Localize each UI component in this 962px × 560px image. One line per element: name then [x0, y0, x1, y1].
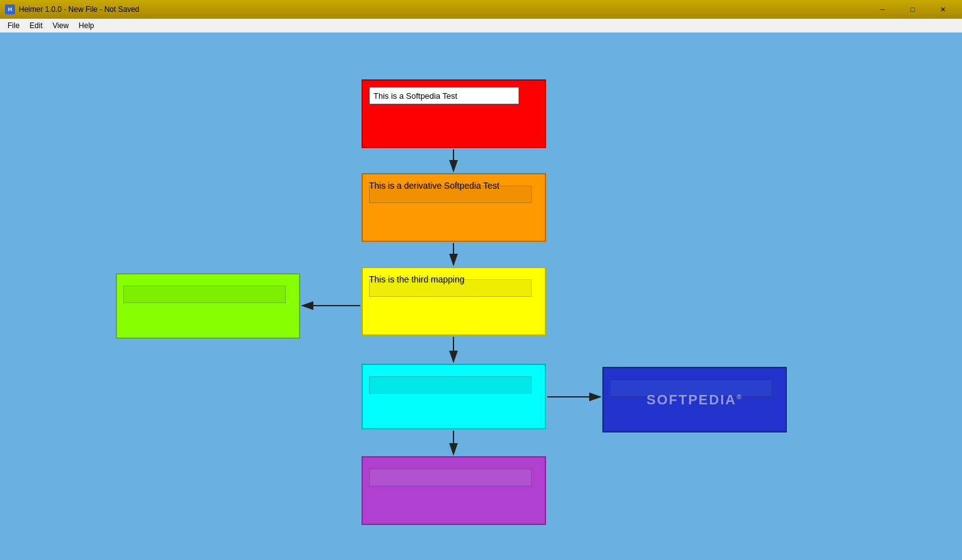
node-cyan[interactable] [362, 364, 546, 429]
menu-view[interactable]: View [48, 20, 74, 31]
close-button[interactable]: ✕ [928, 3, 957, 16]
purple-inner [369, 469, 532, 486]
node-blue[interactable]: SOFTPEDIA® [602, 367, 787, 432]
title-bar: H Heimer 1.0.0 - New File - Not Saved ─ … [0, 0, 962, 19]
menu-help[interactable]: Help [74, 20, 99, 31]
title-text: Heimer 1.0.0 - New File - Not Saved [19, 5, 139, 14]
node-red[interactable] [362, 79, 546, 148]
cyan-inner [369, 376, 532, 394]
node-green[interactable] [116, 273, 300, 339]
maximize-button[interactable]: □ [898, 3, 927, 16]
menu-bar: File Edit View Help [0, 19, 962, 32]
softpedia-label: SOFTPEDIA® [646, 392, 742, 408]
menu-file[interactable]: File [3, 20, 24, 31]
menu-edit[interactable]: Edit [24, 20, 48, 31]
node-orange[interactable]: This is a derivative Softpedia Test [362, 173, 546, 242]
canvas: This is a derivative Softpedia Test This… [0, 32, 962, 560]
title-bar-left: H Heimer 1.0.0 - New File - Not Saved [5, 4, 139, 14]
window-controls: ─ □ ✕ [868, 3, 957, 16]
minimize-button[interactable]: ─ [868, 3, 897, 16]
node-yellow-label: This is the third mapping [369, 274, 465, 284]
softpedia-sup: ® [736, 392, 742, 400]
app-icon: H [5, 4, 15, 14]
node-red-input[interactable] [369, 87, 519, 104]
green-inner [123, 286, 286, 303]
node-orange-label: This is a derivative Softpedia Test [369, 181, 499, 191]
node-yellow[interactable]: This is the third mapping [362, 267, 546, 336]
node-purple[interactable] [362, 456, 546, 525]
